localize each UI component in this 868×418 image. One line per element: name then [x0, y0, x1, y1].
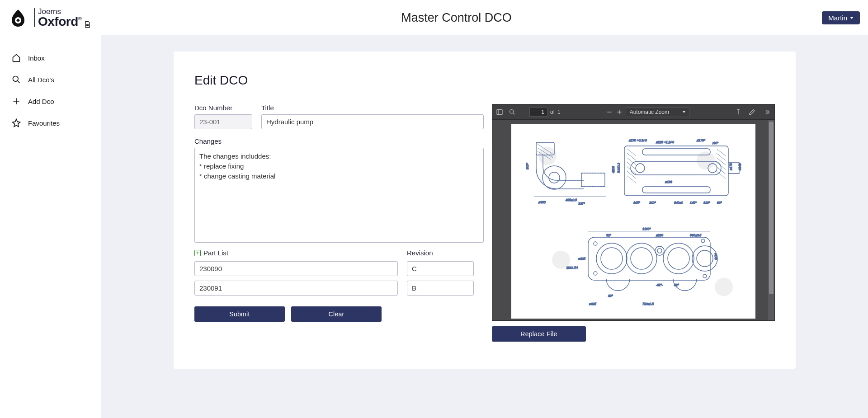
- sidebar-item-label: All Dco's: [28, 76, 54, 84]
- svg-text:ø325: ø325: [578, 257, 585, 260]
- part-revision-input[interactable]: [407, 261, 474, 276]
- svg-text:32*: 32*: [608, 294, 613, 297]
- svg-text:ø176*: ø176*: [697, 139, 705, 142]
- pdf-toolbar: of 1 Automat: [492, 104, 774, 120]
- logo-divider-icon: [34, 6, 35, 29]
- sidebar-item-favourites[interactable]: Favourites: [0, 112, 101, 134]
- svg-rect-12: [581, 173, 605, 187]
- pdf-page-input[interactable]: [529, 108, 547, 117]
- part-revision-input[interactable]: [407, 281, 474, 296]
- sidebar-item-inbox[interactable]: Inbox: [0, 47, 101, 69]
- search-icon[interactable]: [509, 108, 516, 116]
- star-icon: [12, 118, 21, 127]
- svg-text:800*: 800*: [526, 163, 529, 169]
- svg-text:210*: 210*: [649, 201, 656, 204]
- svg-text:ø186: ø186: [665, 180, 672, 183]
- svg-text:ø229 +1.2/-0: ø229 +1.2/-0: [656, 141, 674, 144]
- zoom-in-icon[interactable]: [616, 108, 623, 116]
- sidebar: Inbox All Dco's Add Dco Favourites: [0, 35, 101, 418]
- sidebar-item-label: Favourites: [28, 119, 60, 127]
- user-menu-button[interactable]: Martin: [822, 11, 860, 24]
- form-column: Dco Number Title Changes: [194, 104, 484, 322]
- app-header: Joerns Oxford ® Master Control DCO Marti…: [0, 0, 868, 35]
- svg-text:115*: 115*: [633, 201, 640, 204]
- svg-point-47: [655, 246, 664, 255]
- svg-text:130*: 130*: [703, 201, 710, 204]
- svg-text:140*: 140*: [690, 201, 697, 204]
- logo-mark-icon: [8, 7, 32, 28]
- label-part-list: Part List: [203, 249, 228, 257]
- svg-text:720±0.5: 720±0.5: [642, 302, 654, 305]
- svg-point-8: [697, 151, 715, 169]
- svg-text:319*: 319*: [714, 253, 717, 260]
- edit-dco-card: Edit DCO Dco Number Title: [174, 52, 796, 369]
- svg-text:-32*-: -32*-: [656, 283, 663, 286]
- sidebar-item-all-dcos[interactable]: All Dco's: [0, 69, 101, 90]
- text-tool-icon[interactable]: [735, 108, 742, 116]
- draw-tool-icon[interactable]: [749, 108, 756, 116]
- pdf-viewer: of 1 Automat: [492, 104, 775, 321]
- svg-point-45: [692, 246, 717, 271]
- svg-point-42: [631, 248, 652, 269]
- svg-text:4200: 4200: [612, 166, 615, 173]
- svg-point-19: [636, 164, 645, 173]
- clear-button[interactable]: Clear: [291, 306, 382, 322]
- dco-number-input: [194, 114, 252, 129]
- technical-drawing-icon: 485±0.5 ø390 800* 337*: [511, 124, 755, 319]
- svg-rect-22: [642, 187, 710, 193]
- zoom-label: Automatic Zoom: [630, 109, 669, 115]
- pdf-scrollbar[interactable]: [768, 120, 774, 320]
- pdf-scroll-thumb[interactable]: [769, 122, 774, 294]
- chevron-down-icon: [683, 111, 685, 113]
- part-number-input[interactable]: [194, 261, 398, 276]
- svg-rect-17: [624, 146, 728, 196]
- chevron-down-icon: [850, 17, 854, 19]
- pdf-body[interactable]: 485±0.5 ø390 800* 337*: [492, 120, 774, 320]
- search-icon: [12, 75, 21, 84]
- replace-file-button[interactable]: Replace File: [492, 326, 586, 342]
- viewer-column: of 1 Automat: [492, 104, 775, 342]
- sidebar-toggle-icon[interactable]: [496, 108, 503, 116]
- svg-text:80*: 80*: [717, 201, 722, 204]
- pdf-page-of: of: [550, 109, 555, 115]
- svg-text:330±0.5: 330±0.5: [690, 234, 701, 237]
- svg-text:1160*: 1160*: [642, 227, 651, 230]
- svg-point-40: [601, 248, 623, 269]
- zoom-select[interactable]: Automatic Zoom: [626, 107, 689, 117]
- svg-rect-3: [497, 109, 502, 114]
- sidebar-item-add-dco[interactable]: Add Dco: [0, 90, 101, 112]
- changes-textarea[interactable]: [194, 148, 484, 243]
- svg-text:640±1: 640±1: [674, 201, 683, 204]
- sidebar-item-label: Inbox: [28, 54, 45, 62]
- svg-text:337*: 337*: [578, 202, 585, 205]
- sidebar-item-label: Add Dco: [28, 98, 54, 105]
- part-row: [194, 281, 484, 296]
- add-part-icon[interactable]: +: [194, 250, 201, 256]
- svg-point-11: [549, 172, 560, 183]
- brand-top: Joerns: [38, 8, 82, 15]
- svg-text:ø170: ø170: [729, 163, 732, 170]
- title-input[interactable]: [261, 114, 484, 129]
- brand-bottom: Oxford: [38, 15, 78, 28]
- label-revision: Revision: [407, 249, 433, 257]
- logo-document-icon: [84, 21, 91, 28]
- svg-text:ø325: ø325: [589, 302, 596, 305]
- zoom-out-icon[interactable]: [606, 108, 613, 116]
- brand-logo: Joerns Oxford ®: [8, 6, 91, 29]
- more-tools-icon[interactable]: [764, 108, 771, 116]
- svg-text:485±0.5: 485±0.5: [566, 198, 577, 202]
- pdf-page: 485±0.5 ø390 800* 337*: [511, 124, 755, 319]
- svg-rect-1: [34, 8, 35, 27]
- svg-point-50: [594, 272, 597, 275]
- page-title: Master Control DCO: [91, 11, 822, 25]
- svg-point-51: [701, 239, 705, 243]
- plus-icon: [12, 97, 21, 106]
- part-row: [194, 261, 484, 276]
- part-number-input[interactable]: [194, 281, 398, 296]
- svg-text:ø280: ø280: [656, 234, 663, 237]
- svg-text:32*: 32*: [606, 234, 611, 237]
- label-title: Title: [261, 104, 484, 112]
- submit-button[interactable]: Submit: [194, 306, 285, 322]
- svg-text:R100.2: R100.2: [617, 163, 620, 173]
- svg-text:r90*: r90*: [712, 141, 718, 145]
